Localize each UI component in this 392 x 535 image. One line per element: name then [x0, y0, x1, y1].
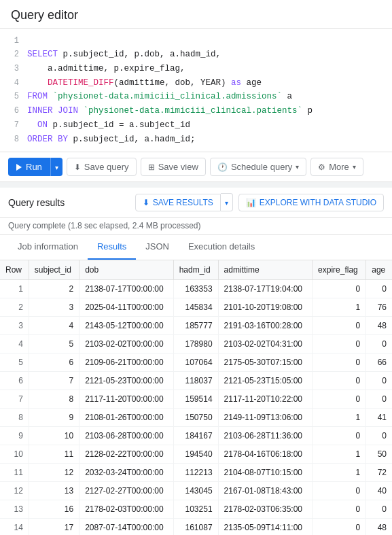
line-number: 1 — [5, 35, 19, 47]
table-row: 672121-05-23T00:00:001180372121-05-23T15… — [0, 372, 392, 390]
table-cell: 8 — [29, 390, 79, 409]
save-view-button[interactable]: ⊞ Save view — [141, 158, 206, 176]
table-cell: 2135-05-09T14:11:00 — [218, 519, 313, 535]
status-bar: Query complete (1.8 sec elapsed, 2.4 MB … — [0, 218, 392, 235]
table-cell: 10 — [0, 445, 29, 464]
table-cell: 16 — [29, 500, 79, 519]
save-query-button[interactable]: ⬇ Save query — [67, 158, 137, 176]
table-cell: 0 — [313, 335, 366, 353]
table-cell: 0 — [313, 427, 366, 445]
save-view-icon: ⊞ — [148, 162, 155, 172]
code-editor[interactable]: 1 2 SELECT p.subject_id, p.dob, a.hadm_i… — [0, 29, 392, 152]
save-results-dropdown-button[interactable]: ▾ — [221, 193, 233, 211]
table-row: 9102103-06-28T00:00:001841672103-06-28T1… — [0, 427, 392, 445]
editor-scrollbar[interactable] — [0, 182, 392, 188]
run-dropdown-button[interactable]: ▾ — [50, 158, 63, 176]
table-cell: 2109-06-21T00:00:00 — [79, 353, 174, 372]
tab-job-information[interactable]: Job information — [8, 235, 88, 260]
table-cell: 1 — [0, 280, 29, 298]
save-results-button[interactable]: ⬇ SAVE RESULTS — [135, 194, 221, 211]
chevron-down-icon: ▾ — [55, 164, 58, 171]
table-cell: 7 — [29, 372, 79, 390]
table-row: 11122032-03-24T00:00:001122132104-08-07T… — [0, 464, 392, 482]
table-cell: 40 — [366, 482, 392, 500]
table-cell: 0 — [366, 335, 392, 353]
table-cell: 2138-07-17T19:04:00 — [218, 280, 313, 298]
table-cell: 2127-02-27T00:00:00 — [79, 482, 174, 500]
table-cell: 8 — [0, 409, 29, 427]
table-cell: 161087 — [173, 519, 218, 535]
code-line-2: 2 SELECT p.subject_id, p.dob, a.hadm_id, — [0, 48, 392, 62]
col-subject-id: subject_id — [29, 260, 79, 280]
table-cell: 107064 — [173, 353, 218, 372]
table-cell: 0 — [366, 372, 392, 390]
col-age: age — [366, 260, 392, 280]
col-row: Row — [0, 260, 29, 280]
table-cell: 178980 — [173, 335, 218, 353]
table-body: 122138-07-17T00:00:001633532138-07-17T19… — [0, 280, 392, 535]
code-line-4: 4 DATETIME_DIFF(admittime, dob, YEAR) as… — [0, 76, 392, 90]
more-chevron-icon: ▾ — [353, 163, 356, 171]
code-line-6: 6 INNER JOIN `physionet-data.mimiciii_cl… — [0, 104, 392, 118]
col-dob: dob — [79, 260, 174, 280]
table-cell: 0 — [313, 519, 366, 535]
table-cell: 2167-01-08T18:43:00 — [218, 482, 313, 500]
table-cell: 184167 — [173, 427, 218, 445]
results-title: Query results — [8, 197, 130, 208]
table-cell: 2191-03-16T00:28:00 — [218, 317, 313, 335]
results-table-wrap: Row subject_id dob hadm_id admittime exp… — [0, 260, 392, 535]
tab-execution-details[interactable]: Execution details — [179, 235, 264, 260]
explore-data-studio-button[interactable]: 📊 EXPLORE WITH DATA STUDIO — [238, 194, 384, 211]
tab-json[interactable]: JSON — [136, 235, 179, 260]
table-row: 342143-05-12T00:00:001857772191-03-16T00… — [0, 317, 392, 335]
explore-label: EXPLORE WITH DATA STUDIO — [260, 198, 376, 207]
col-admittime: admittime — [218, 260, 313, 280]
table-cell: 48 — [366, 519, 392, 535]
schedule-icon: 🕐 — [217, 162, 228, 172]
table-row: 452103-02-02T00:00:001789802103-02-02T04… — [0, 335, 392, 353]
table-row: 892108-01-26T00:00:001507502149-11-09T13… — [0, 409, 392, 427]
table-cell: 4 — [0, 335, 29, 353]
table-cell: 0 — [313, 390, 366, 409]
table-cell: 4 — [29, 317, 79, 335]
table-cell: 118037 — [173, 372, 218, 390]
table-cell: 2 — [29, 280, 79, 298]
table-cell: 2103-06-28T00:00:00 — [79, 427, 174, 445]
table-cell: 0 — [313, 317, 366, 335]
save-results-group: ⬇ SAVE RESULTS ▾ — [135, 193, 233, 211]
line-number: 6 — [5, 105, 19, 117]
run-button[interactable]: Run — [8, 158, 50, 176]
line-number: 7 — [5, 119, 19, 131]
line-number: 5 — [5, 90, 19, 103]
tabs-row: Job information Results JSON Execution d… — [0, 235, 392, 260]
table-cell: 41 — [366, 409, 392, 427]
table-cell: 2108-01-26T00:00:00 — [79, 409, 174, 427]
table-cell: 163353 — [173, 280, 218, 298]
table-row: 122138-07-17T00:00:001633532138-07-17T19… — [0, 280, 392, 298]
table-cell: 6 — [0, 372, 29, 390]
schedule-query-button[interactable]: 🕐 Schedule query ▾ — [210, 158, 306, 176]
more-button[interactable]: ⚙ More ▾ — [310, 158, 363, 176]
table-cell: 10 — [29, 427, 79, 445]
save-view-label: Save view — [158, 162, 198, 172]
table-cell: 7 — [0, 390, 29, 409]
run-button-group: Run ▾ — [8, 158, 63, 176]
table-cell: 48 — [366, 317, 392, 335]
more-label: More — [329, 162, 349, 172]
code-line-3: 3 a.admittime, p.expire_flag, — [0, 62, 392, 76]
table-cell: 2025-04-11T00:00:00 — [79, 298, 174, 317]
save-results-label: SAVE RESULTS — [153, 198, 213, 207]
table-cell: 13 — [0, 500, 29, 519]
table-cell: 1 — [313, 298, 366, 317]
table-header-row: Row subject_id dob hadm_id admittime exp… — [0, 260, 392, 280]
table-cell: 143045 — [173, 482, 218, 500]
line-number: 2 — [5, 48, 19, 61]
tab-results[interactable]: Results — [88, 235, 136, 260]
table-cell: 1 — [313, 409, 366, 427]
table-cell: 0 — [313, 482, 366, 500]
table-cell: 50 — [366, 445, 392, 464]
table-cell: 2143-05-12T00:00:00 — [79, 317, 174, 335]
table-cell: 1 — [313, 464, 366, 482]
save-results-chevron-icon: ▾ — [225, 199, 228, 207]
page-title: Query editor — [11, 8, 78, 22]
